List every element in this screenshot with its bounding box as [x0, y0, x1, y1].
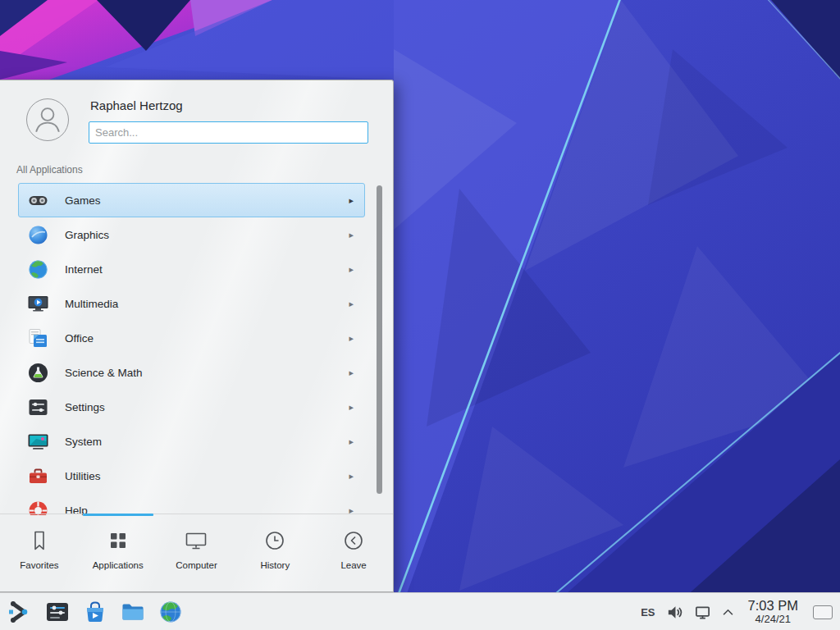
gamepad-icon: [27, 189, 49, 212]
tab-leave[interactable]: Leave: [314, 514, 393, 591]
tab-history[interactable]: History: [235, 514, 314, 591]
system-tray: ES 7:03 PM 4/24/21: [641, 593, 835, 630]
search-input[interactable]: [89, 122, 368, 143]
tab-label: Leave: [340, 560, 366, 570]
category-label: Internet: [65, 263, 103, 276]
flask-icon: [27, 362, 49, 384]
application-launcher-menu: Raphael Hertzog All Applications Games ▸…: [0, 80, 394, 592]
discover-icon[interactable]: [82, 599, 108, 625]
submenu-arrow-icon: ▸: [349, 264, 354, 275]
category-label: Office: [65, 332, 94, 345]
tab-label: Computer: [176, 560, 217, 570]
tab-favorites[interactable]: Favorites: [0, 514, 79, 591]
scrollbar-thumb[interactable]: [377, 185, 382, 494]
show-desktop-button[interactable]: [813, 605, 833, 619]
category-label: Games: [65, 194, 101, 207]
file-manager-icon[interactable]: [120, 599, 146, 625]
volume-icon[interactable]: [666, 604, 683, 621]
system-monitor-icon: [27, 431, 49, 453]
search-box: [89, 121, 368, 144]
submenu-arrow-icon: ▸: [349, 299, 354, 309]
sliders-icon: [27, 396, 49, 418]
launcher-tabbar: Favorites Applications Computer History: [0, 514, 393, 591]
category-row-settings[interactable]: Settings ▸: [18, 390, 365, 424]
desktop: Raphael Hertzog All Applications Games ▸…: [0, 0, 840, 630]
category-label: Multimedia: [65, 298, 118, 310]
user-avatar: [26, 98, 69, 141]
category-label: Utilities: [65, 470, 101, 482]
category-row-utilities[interactable]: Utilities ▸: [18, 459, 365, 493]
application-launcher-icon[interactable]: [7, 599, 33, 625]
system-settings-icon[interactable]: [44, 599, 71, 625]
tab-computer[interactable]: Computer: [158, 514, 236, 591]
category-row-science-math[interactable]: Science & Math ▸: [18, 355, 365, 390]
document-icon: [27, 327, 49, 349]
globe-icon: [27, 258, 49, 281]
submenu-arrow-icon: ▸: [349, 436, 354, 447]
leave-icon: [341, 528, 366, 553]
category-label: System: [65, 436, 102, 448]
tab-label: Applications: [93, 560, 144, 570]
person-icon: [28, 100, 67, 139]
tab-label: Favorites: [20, 560, 58, 570]
category-row-help[interactable]: Help ▸: [18, 493, 365, 515]
keyboard-layout-indicator[interactable]: ES: [641, 606, 655, 619]
graphics-orb-icon: [27, 224, 49, 246]
submenu-arrow-icon: ▸: [349, 195, 354, 206]
toolbox-icon: [27, 465, 49, 487]
submenu-arrow-icon: ▸: [349, 471, 354, 482]
user-name: Raphael Hertzog: [90, 98, 183, 112]
category-label: Science & Math: [65, 367, 143, 379]
section-label: All Applications: [16, 164, 83, 176]
category-row-games[interactable]: Games ▸: [18, 183, 365, 217]
clock-time: 7:03 PM: [748, 598, 798, 614]
category-list: Games ▸ Graphics ▸ Internet ▸: [0, 183, 394, 515]
taskbar: ES 7:03 PM 4/24/21: [0, 592, 840, 630]
tab-applications[interactable]: Applications: [79, 514, 158, 591]
computer-icon: [184, 528, 208, 553]
expand-tray-icon[interactable]: [722, 609, 734, 616]
clock[interactable]: 7:03 PM 4/24/21: [748, 598, 798, 626]
submenu-arrow-icon: ▸: [349, 402, 354, 413]
web-browser-icon[interactable]: [158, 599, 184, 625]
category-label: Settings: [65, 401, 105, 413]
clock-date: 4/24/21: [748, 614, 798, 626]
submenu-arrow-icon: ▸: [349, 368, 354, 378]
category-row-office[interactable]: Office ▸: [18, 321, 365, 355]
tab-label: History: [260, 560, 290, 570]
category-row-multimedia[interactable]: Multimedia ▸: [18, 286, 365, 321]
taskbar-app-icons: [0, 599, 184, 625]
media-player-icon: [27, 293, 49, 315]
bookmark-icon: [27, 528, 52, 553]
submenu-arrow-icon: ▸: [349, 230, 354, 240]
category-row-internet[interactable]: Internet ▸: [18, 252, 365, 286]
category-label: Graphics: [65, 229, 109, 241]
submenu-arrow-icon: ▸: [349, 333, 354, 344]
category-row-graphics[interactable]: Graphics ▸: [18, 217, 365, 252]
category-row-system[interactable]: System ▸: [18, 424, 365, 459]
network-icon[interactable]: [694, 604, 711, 621]
clock-icon: [262, 528, 287, 553]
grid-icon: [106, 528, 130, 553]
